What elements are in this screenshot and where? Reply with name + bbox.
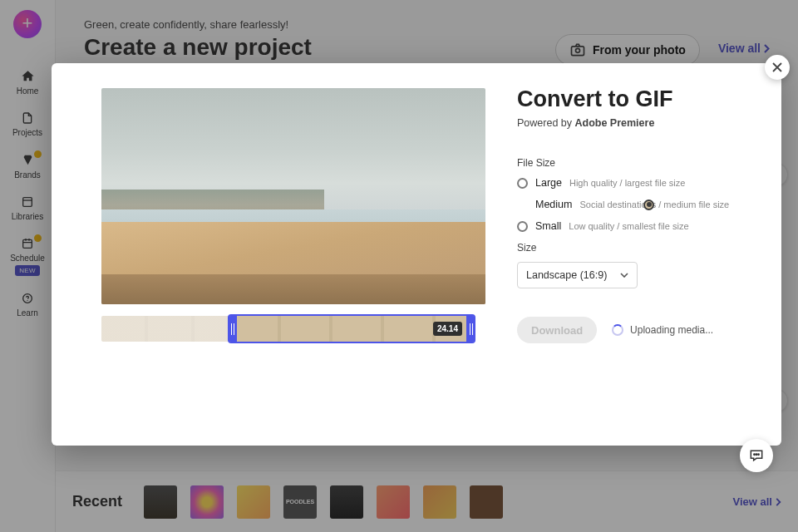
trim-selection[interactable]: 24.14 <box>228 314 475 343</box>
download-button[interactable]: Download <box>517 317 597 343</box>
file-size-option-small[interactable]: Small Low quality / smallest file size <box>517 220 748 232</box>
size-select[interactable]: Landscape (16:9) <box>517 262 638 288</box>
modal-title: Convert to GIF <box>517 86 748 112</box>
chat-icon <box>748 447 765 464</box>
spinner-icon <box>612 324 623 336</box>
form-column: Convert to GIF Powered by Adobe Premiere… <box>517 63 781 446</box>
uploading-status: Uploading media... <box>612 324 713 336</box>
svg-point-6 <box>756 454 756 455</box>
radio-icon <box>517 221 528 232</box>
option-name: Large <box>535 177 562 189</box>
trim-timeline[interactable]: 24.14 <box>101 314 475 343</box>
close-icon <box>772 62 782 72</box>
preview-column: 24.14 <box>52 63 517 446</box>
help-button[interactable] <box>740 439 773 472</box>
chevron-down-icon <box>620 273 628 278</box>
trim-handle-right[interactable] <box>466 316 475 342</box>
option-desc: Social destinations / medium file size <box>579 200 729 209</box>
time-badge: 24.14 <box>433 322 462 336</box>
video-preview[interactable] <box>101 88 485 304</box>
radio-icon <box>517 178 528 189</box>
size-value: Landscape (16:9) <box>526 269 607 281</box>
file-size-label: File Size <box>517 157 748 169</box>
size-label: Size <box>517 242 748 254</box>
uploading-text: Uploading media... <box>630 324 713 336</box>
radio-icon <box>643 200 654 210</box>
file-size-option-medium[interactable]: Medium Social destinations / medium file… <box>517 199 748 210</box>
option-desc: Low quality / smallest file size <box>569 221 688 231</box>
option-name: Medium <box>535 199 572 210</box>
powered-by-text: Powered by Adobe Premiere <box>517 117 748 129</box>
svg-point-7 <box>758 454 759 455</box>
file-size-option-large[interactable]: Large High quality / largest file size <box>517 177 748 189</box>
close-button[interactable] <box>765 55 790 80</box>
option-name: Small <box>535 220 561 232</box>
trim-handle-left[interactable] <box>228 316 237 342</box>
option-desc: High quality / largest file size <box>569 178 685 188</box>
svg-point-5 <box>754 454 755 455</box>
convert-gif-modal: 24.14 Convert to GIF Powered by Adobe Pr… <box>52 63 781 446</box>
